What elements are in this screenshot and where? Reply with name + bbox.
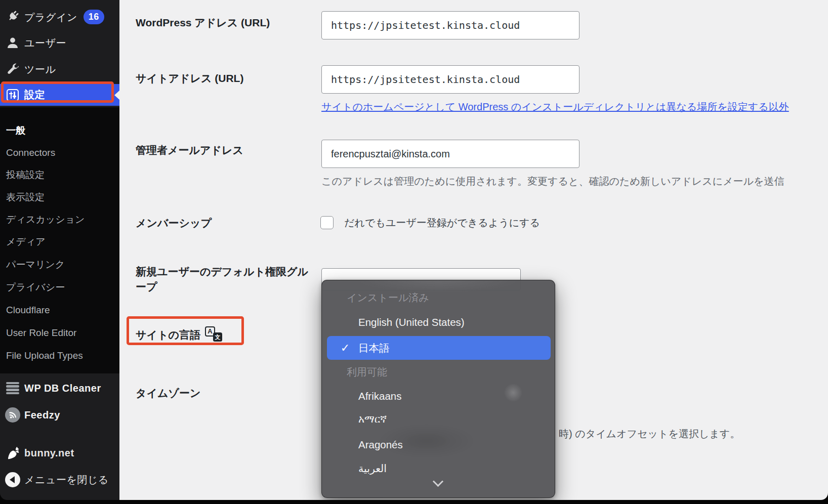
submenu-item-discussion[interactable]: ディスカッション <box>0 212 119 227</box>
site-address-label: サイトアドレス (URL) <box>136 71 243 86</box>
sidebar-item-collapse-menu[interactable]: メニューを閉じる <box>0 467 119 492</box>
sidebar-item-label: bunny.net <box>24 447 74 459</box>
dropdown-group-installed: インストール済み <box>347 290 429 305</box>
sidebar-item-label: WP DB Cleaner <box>24 383 101 394</box>
sidebar-item-label: Feedzy <box>24 409 60 421</box>
membership-label: メンバーシップ <box>136 216 212 231</box>
submenu-item-writing[interactable]: 投稿設定 <box>0 167 119 183</box>
default-role-label: 新規ユーザーのデフォルト権限グループ <box>136 264 318 295</box>
submenu-item-connectors[interactable]: Connectors <box>0 145 119 160</box>
settings-icon <box>5 88 20 103</box>
sidebar-item-label: ユーザー <box>24 36 66 50</box>
checkmark-icon: ✓ <box>336 336 354 360</box>
sidebar-item-users[interactable]: ユーザー <box>0 31 119 55</box>
timezone-label: タイムゾーン <box>136 386 200 401</box>
admin-sidebar: プラグイン16 ユーザー ツール 設定 一般 Connectors 投稿設定 <box>0 0 119 500</box>
membership-checkbox[interactable] <box>320 216 334 229</box>
submenu-item-media[interactable]: メディア <box>0 234 119 249</box>
dropdown-option-amharic[interactable]: አማርኛ <box>358 411 387 427</box>
site-language-label: サイトの言語A文 <box>136 326 223 343</box>
submenu-item-cloudflare[interactable]: Cloudflare <box>0 303 119 318</box>
translation-icon: A文 <box>205 326 223 342</box>
membership-checkbox-label: だれでもユーザー登録ができるようにする <box>344 216 540 230</box>
submenu-item-file-upload-types[interactable]: File Upload Types <box>0 348 119 363</box>
tools-icon <box>5 62 20 77</box>
general-settings-form: WordPress アドレス (URL) サイトアドレス (URL) サイトのホ… <box>119 0 828 500</box>
dropdown-option-afrikaans[interactable]: Afrikaans <box>358 389 401 404</box>
selected-item-arrow <box>114 91 119 100</box>
carrot-icon <box>5 445 20 460</box>
submenu-item-user-role-editor[interactable]: User Role Editor <box>0 325 119 341</box>
wordpress-admin-window: プラグイン16 ユーザー ツール 設定 一般 Connectors 投稿設定 <box>0 0 828 500</box>
submenu-item-reading[interactable]: 表示設定 <box>0 190 119 205</box>
admin-email-label: 管理者メールアドレス <box>136 143 243 158</box>
dropdown-option-japanese-selected[interactable]: ✓ 日本語 <box>327 336 551 360</box>
dropdown-group-available: 利用可能 <box>347 364 387 380</box>
collapse-menu-icon <box>5 472 20 487</box>
admin-email-input[interactable] <box>321 140 579 168</box>
dropdown-option-aragonese[interactable]: Aragonés <box>358 437 403 452</box>
plugin-icon <box>5 9 20 24</box>
sidebar-item-label: ツール <box>24 63 56 76</box>
timezone-description-fragment: 時) のタイムオフセットを選択します。 <box>559 427 740 441</box>
wordpress-address-input[interactable] <box>321 11 579 39</box>
sidebar-item-settings[interactable]: 設定 <box>0 84 119 106</box>
submenu-item-general[interactable]: 一般 <box>0 123 119 138</box>
sidebar-item-tools[interactable]: ツール <box>0 58 119 81</box>
submenu-item-privacy[interactable]: プライバシー <box>0 280 119 295</box>
sidebar-item-bunny-net[interactable]: bunny.net <box>0 440 119 466</box>
wordpress-address-label: WordPress アドレス (URL) <box>136 15 270 30</box>
sidebar-item-label: 設定 <box>24 88 45 102</box>
dropdown-option-arabic[interactable]: العربية <box>358 461 387 476</box>
sidebar-item-label: プラグイン16 <box>24 10 104 24</box>
plugins-count-badge: 16 <box>84 10 104 24</box>
sidebar-item-wp-db-cleaner[interactable]: WP DB Cleaner <box>0 375 119 401</box>
site-address-help-link[interactable]: サイトのホームページとして WordPress のインストールディレクトリとは異… <box>321 100 789 114</box>
submenu-item-permalinks[interactable]: パーマリンク <box>0 257 119 272</box>
dropdown-option-english-us[interactable]: English (United States) <box>358 315 465 330</box>
site-language-dropdown: インストール済み English (United States) ✓ 日本語 利… <box>321 280 555 498</box>
database-icon <box>5 381 20 396</box>
users-icon <box>5 35 20 51</box>
chevron-down-icon[interactable] <box>433 476 443 487</box>
sidebar-item-feedzy[interactable]: Feedzy <box>0 402 119 428</box>
site-address-input[interactable] <box>321 65 579 94</box>
settings-submenu: 一般 Connectors 投稿設定 表示設定 ディスカッション メディア パー… <box>0 107 119 373</box>
sidebar-item-label: メニューを閉じる <box>24 473 109 487</box>
rss-icon <box>5 407 20 423</box>
admin-email-description: このアドレスは管理のために使用されます。変更すると、確認のため新しいアドレスにメ… <box>321 175 784 188</box>
sidebar-item-plugins[interactable]: プラグイン16 <box>0 5 119 28</box>
